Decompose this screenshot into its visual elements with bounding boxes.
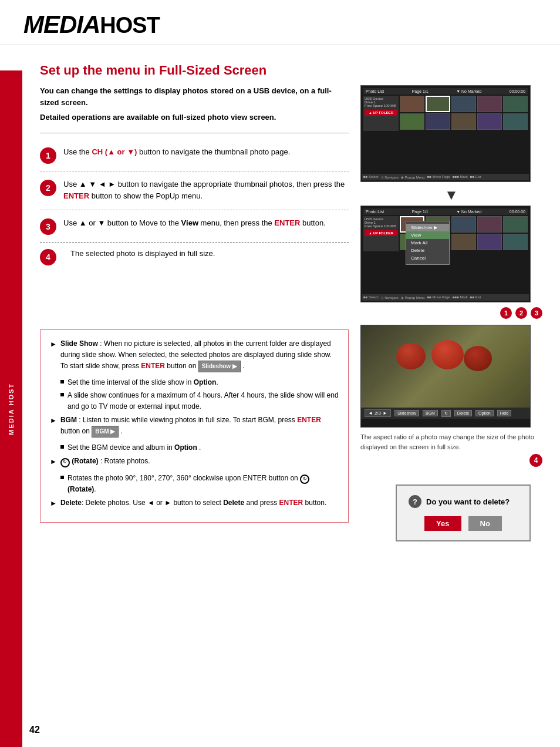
screen-free-label-2: Free Space 100 MB xyxy=(365,224,397,228)
step-3-text: Use ▲ or ▼ button to Move to the View me… xyxy=(63,217,326,230)
rotate-icon: ↻ xyxy=(60,458,70,467)
popup-item-view[interactable]: View xyxy=(406,231,449,239)
step-1-ch-label: CH (▲ or ▼) xyxy=(92,147,137,156)
screen-usb-panel-2: USB Device Drive 1 Free Space 100 MB ▲ U… xyxy=(363,216,399,251)
ctrl-option[interactable]: Option xyxy=(475,410,494,416)
slideshow-button: Slideshow ▶ xyxy=(198,361,241,372)
enter-key-1: ENTER xyxy=(141,362,165,370)
arrow-down-icon: ▼ xyxy=(360,187,542,203)
popup-item-delete[interactable]: Delete xyxy=(406,247,449,254)
up-folder-btn-2[interactable]: ▲ UP FOLDER xyxy=(365,230,397,236)
intro-text-1: You can change the settings to display p… xyxy=(40,85,345,108)
up-folder-btn[interactable]: ▲ UP FOLDER xyxy=(365,110,397,116)
left-column: You can change the settings to display p… xyxy=(40,85,349,271)
fake-screen-1: Photo List Page 1/1 ▼ No Marked 00:00:00… xyxy=(361,86,530,181)
sub-marker-bgm xyxy=(60,445,64,449)
right-column: Photo List Page 1/1 ▼ No Marked 00:00:00… xyxy=(360,85,542,319)
thumb-4 xyxy=(477,96,502,112)
rotate-label: (Rotate) xyxy=(72,457,98,465)
sub-text-bgm: Set the BGM device and album in Option . xyxy=(68,442,201,453)
dialog-no-button[interactable]: No xyxy=(468,516,502,531)
thumb-2 xyxy=(426,96,450,112)
sub-bullets-bgm: Set the BGM device and album in Option . xyxy=(60,442,339,453)
delete-dialog: ? Do you want to delete? Yes No xyxy=(396,484,531,541)
bullet-section: ► Slide Show : When no picture is select… xyxy=(40,329,349,523)
step-2-enter: ENTER xyxy=(63,191,89,200)
indicator-4: 4 xyxy=(529,454,542,467)
rotate-icon-inline: ↻ xyxy=(300,475,309,484)
thumb-s4 xyxy=(477,216,502,233)
bgm-label: BGM xyxy=(60,416,77,424)
sub-bullets-slideshow: Set the time interval of the slide show … xyxy=(60,377,339,412)
thumb-s5 xyxy=(503,216,528,233)
thumb-s8 xyxy=(451,234,476,250)
thumbnail-grid-2 xyxy=(400,113,528,130)
sub-marker-rotate xyxy=(60,476,64,479)
thumb-8 xyxy=(451,113,476,130)
popup-item-slideshow: Slideshow ▶ xyxy=(406,224,449,231)
apple-1 xyxy=(396,343,426,369)
sub-text-1: Set the time interval of the slide show … xyxy=(68,377,218,388)
screen-bottom-bar-1: ■■ Select ◇ Navigate ◈ Popup Menu ■■ Mov… xyxy=(362,174,529,180)
counter-next[interactable]: ► xyxy=(383,410,387,416)
step-2-text: Use ▲ ▼ ◄ ► button to navigate the appro… xyxy=(63,179,349,203)
bar-navigate: ◇ Navigate xyxy=(381,175,399,179)
sub-marker-1 xyxy=(60,380,64,383)
intro-text-2: Detailed operations are available on ful… xyxy=(40,112,345,123)
photo-caption: The aspect ratio of a photo may change t… xyxy=(360,432,542,452)
sub-text-2: A slide show continues for a maximum of … xyxy=(68,390,339,412)
screen-page-2: Page 1/1 xyxy=(412,210,429,214)
popup-item-cancel[interactable]: Cancel xyxy=(406,254,449,262)
ctrl-hide[interactable]: Hide xyxy=(497,410,511,416)
ctrl-delete[interactable]: Delete xyxy=(454,410,472,416)
dialog-buttons: Yes No xyxy=(409,516,518,531)
thumb-5 xyxy=(503,96,528,112)
bar-popup-2: ◈ Popup Menu xyxy=(401,295,425,300)
sub-bullets-rotate: Rotates the photo 90°, 180°, 270°, 360° … xyxy=(60,473,339,496)
bullet-text-slideshow: Slide Show : When no picture is selected… xyxy=(60,338,339,372)
indicator-2: 2 xyxy=(515,307,527,319)
thumb-7 xyxy=(426,113,450,130)
counter-prev[interactable]: ◄ xyxy=(368,410,373,416)
popup-item-mark-all[interactable]: Mark All xyxy=(406,239,449,247)
bullet-arrow-3: ► xyxy=(50,456,57,467)
thumb-s10 xyxy=(503,234,528,250)
slideshow-label: Slide Show xyxy=(60,339,98,348)
two-col-layout: You can change the settings to display p… xyxy=(40,85,542,319)
screen-bottom-bar-2: ■■ Select ◇ Navigate ◈ Popup Menu ■■ Mov… xyxy=(362,294,529,301)
enter-key-4: ENTER xyxy=(279,499,303,507)
bullet-bgm: ► BGM : Listen to music while viewing ph… xyxy=(50,415,339,438)
screen-no-marked-1: ▼ No Marked xyxy=(456,89,481,93)
photo-counter: ◄ 2/3 ► xyxy=(365,409,391,417)
thumb-s3 xyxy=(451,216,476,233)
step-2: 2 Use ▲ ▼ ◄ ► button to navigate the app… xyxy=(40,171,349,211)
screen-time-1: 00:00:00 xyxy=(510,89,525,93)
delete-label-2: Delete xyxy=(223,499,244,507)
ctrl-slideshow[interactable]: Slideshow xyxy=(394,410,419,416)
ctrl-bgm[interactable]: BGM xyxy=(423,410,438,416)
bullet-arrow-2: ► xyxy=(50,415,57,426)
full-photo-image xyxy=(361,325,530,408)
step-3-number: 3 xyxy=(40,218,56,235)
step-1: 1 Use the CH (▲ or ▼) button to navigate… xyxy=(40,139,349,171)
bullet-arrow-4: ► xyxy=(50,498,57,509)
main-content: Set up the menu in Full-Sized Screen You… xyxy=(22,45,560,553)
bottom-right: ◄ 2/3 ► Slideshow BGM ↻ Delete Option Hi… xyxy=(360,325,542,541)
thumb-9 xyxy=(477,113,502,130)
screen-label-2: Photo List xyxy=(366,210,384,214)
bar-exit: ■■ Exit xyxy=(470,175,481,179)
dialog-yes-button[interactable]: Yes xyxy=(424,516,461,531)
delete-label: Delete xyxy=(60,499,82,507)
indicator-3: 3 xyxy=(531,307,542,319)
section-title: Set up the menu in Full-Sized Screen xyxy=(40,63,542,78)
bar-exit-2: ■■ Exit xyxy=(470,295,481,300)
step-4-row: 4 The selected photo is displayed in ful… xyxy=(40,243,349,265)
screen-row-2: USB Device Drive 1 Free Space 100 MB ▲ U… xyxy=(363,216,528,251)
ctrl-rotate[interactable]: ↻ xyxy=(441,410,451,417)
fake-screen-2: Photo List Page 1/1 ▼ No Marked 00:00:00… xyxy=(361,206,530,302)
screen-thumbs-area-2: Slideshow ▶ View Mark All Delete Cancel xyxy=(400,216,528,251)
header: MEDIAHOST xyxy=(0,0,560,45)
brand-media: MEDIA xyxy=(23,11,100,38)
step-4-text: The selected photo is displayed in full … xyxy=(70,248,215,260)
step-3: 3 Use ▲ or ▼ button to Move to the View … xyxy=(40,210,349,243)
